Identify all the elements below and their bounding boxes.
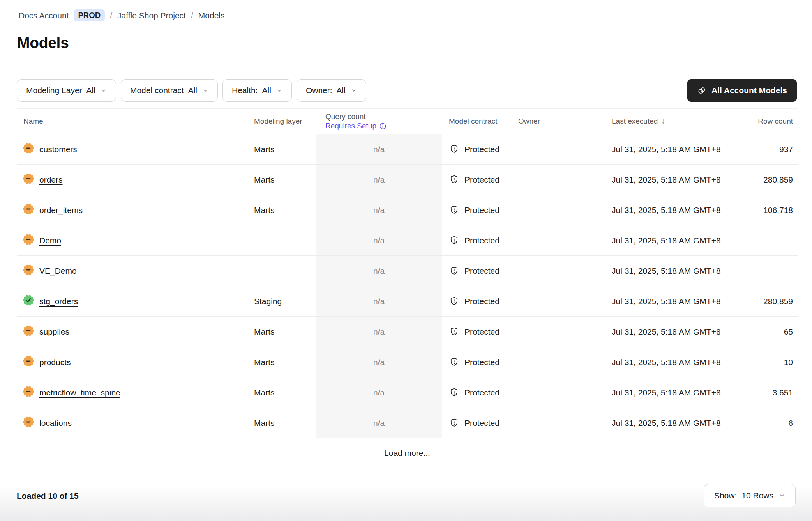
table-row: products Marts n/a Protected Jul 31, 202… xyxy=(17,347,798,377)
last-executed-cell: Jul 31, 2025, 5:18 AM GMT+8 xyxy=(592,195,725,225)
chevron-down-icon xyxy=(202,87,208,94)
info-icon xyxy=(379,122,387,130)
model-name-link[interactable]: order_items xyxy=(39,206,83,215)
modeling-layer-cell xyxy=(254,225,316,255)
owner-cell xyxy=(518,225,592,255)
show-value: 10 Rows xyxy=(741,491,773,500)
filter-owner[interactable]: Owner: All xyxy=(297,79,366,102)
owner-cell xyxy=(518,165,592,195)
shield-alert-icon xyxy=(449,205,459,215)
owner-cell xyxy=(518,408,592,438)
breadcrumb-account[interactable]: Docs Account xyxy=(19,11,69,20)
modeling-layer-cell: Marts xyxy=(254,347,316,377)
model-contract-label: Protected xyxy=(464,358,500,367)
modeling-layer-cell: Staging xyxy=(254,286,316,316)
health-badge xyxy=(23,204,34,216)
show-rows-dropdown[interactable]: Show: 10 Rows xyxy=(704,484,796,507)
health-badge xyxy=(23,264,34,277)
shield-alert-icon xyxy=(449,418,459,428)
model-name-link[interactable]: VE_Demo xyxy=(39,266,77,276)
all-account-models-button[interactable]: All Account Models xyxy=(687,79,797,102)
column-header-owner: Owner xyxy=(518,117,592,126)
model-contract-label: Protected xyxy=(464,327,500,337)
shield-alert-icon xyxy=(449,235,459,246)
last-executed-cell: Jul 31, 2025, 5:18 AM GMT+8 xyxy=(592,377,725,408)
model-name-link[interactable]: products xyxy=(39,358,71,367)
requires-setup-link[interactable]: Requires Setup xyxy=(325,122,442,130)
modeling-layer-cell: Marts xyxy=(254,165,316,195)
row-count-cell xyxy=(725,225,798,255)
model-name-link[interactable]: Demo xyxy=(39,236,61,245)
row-count-cell: 280,859 xyxy=(725,165,798,195)
model-name-link[interactable]: locations xyxy=(39,418,72,428)
filter-label: Modeling Layer xyxy=(26,86,82,95)
column-header-modeling-layer: Modeling layer xyxy=(254,117,316,126)
shield-alert-icon xyxy=(449,387,459,398)
last-executed-label: Last executed xyxy=(612,117,658,126)
health-minus-icon xyxy=(23,356,34,367)
filter-value: All xyxy=(86,86,95,95)
owner-cell xyxy=(518,134,592,164)
health-minus-icon xyxy=(23,325,34,336)
chevron-down-icon xyxy=(779,493,785,499)
modeling-layer-cell: Marts xyxy=(254,408,316,438)
name-cell: order_items xyxy=(17,195,254,225)
row-count-cell: 3,651 xyxy=(725,377,798,408)
breadcrumb-separator: / xyxy=(110,11,112,20)
modeling-layer-cell xyxy=(254,256,316,286)
bottom-gradient xyxy=(0,486,812,521)
owner-cell xyxy=(518,377,592,408)
model-name-link[interactable]: orders xyxy=(39,175,63,184)
name-cell: Demo xyxy=(17,225,254,255)
model-name-link[interactable]: supplies xyxy=(39,327,69,337)
row-count-cell xyxy=(725,256,798,286)
model-name-link[interactable]: metricflow_time_spine xyxy=(39,388,120,397)
column-header-name: Name xyxy=(17,117,254,126)
row-count-cell: 937 xyxy=(725,134,798,164)
filter-modeling-layer[interactable]: Modeling Layer All xyxy=(17,79,116,102)
model-contract-cell: Protected xyxy=(442,165,518,195)
chevron-down-icon xyxy=(101,87,107,94)
chevron-down-icon xyxy=(276,87,282,94)
name-cell: customers xyxy=(17,134,254,164)
table-row: locations Marts n/a Protected Jul 31, 20… xyxy=(17,408,798,438)
breadcrumb-current: Models xyxy=(198,11,225,20)
load-more-button[interactable]: Load more... xyxy=(17,438,798,468)
filter-health[interactable]: Health: All xyxy=(222,79,292,102)
health-badge xyxy=(23,356,34,369)
query-count-cell: n/a xyxy=(316,286,442,316)
health-badge xyxy=(23,173,34,186)
column-header-last-executed[interactable]: Last executed ↓ xyxy=(592,117,725,126)
breadcrumb-project[interactable]: Jaffle Shop Project xyxy=(117,11,186,20)
name-cell: supplies xyxy=(17,317,254,347)
model-name-link[interactable]: stg_orders xyxy=(39,297,78,306)
table-row: customers Marts n/a Protected Jul 31, 20… xyxy=(17,134,798,165)
health-minus-icon xyxy=(23,204,34,214)
health-minus-icon xyxy=(23,264,34,275)
query-count-cell: n/a xyxy=(316,165,442,195)
name-cell: orders xyxy=(17,165,254,195)
model-contract-cell: Protected xyxy=(442,408,518,438)
owner-cell xyxy=(518,195,592,225)
last-executed-cell: Jul 31, 2025, 5:18 AM GMT+8 xyxy=(592,134,725,164)
table-row: order_items Marts n/a Protected Jul 31, … xyxy=(17,195,798,225)
query-count-cell: n/a xyxy=(316,134,442,164)
model-contract-cell: Protected xyxy=(442,195,518,225)
model-name-link[interactable]: customers xyxy=(39,145,77,154)
last-executed-cell: Jul 31, 2025, 5:18 AM GMT+8 xyxy=(592,317,725,347)
last-executed-cell: Jul 31, 2025, 5:18 AM GMT+8 xyxy=(592,225,725,255)
shield-alert-icon xyxy=(449,266,459,276)
models-table: Name Modeling layer Query count Requires… xyxy=(17,108,798,468)
table-row: orders Marts n/a Protected Jul 31, 2025,… xyxy=(17,165,798,195)
model-contract-label: Protected xyxy=(464,206,500,215)
filter-model-contract[interactable]: Model contract All xyxy=(121,79,218,102)
health-badge xyxy=(23,234,34,247)
health-minus-icon xyxy=(23,234,34,245)
name-cell: stg_orders xyxy=(17,286,254,316)
link-icon xyxy=(697,86,706,95)
table-header-row: Name Modeling layer Query count Requires… xyxy=(17,108,798,134)
model-contract-label: Protected xyxy=(464,266,500,276)
model-contract-cell: Protected xyxy=(442,134,518,164)
requires-setup-label: Requires Setup xyxy=(325,122,376,130)
shield-alert-icon xyxy=(449,144,459,154)
